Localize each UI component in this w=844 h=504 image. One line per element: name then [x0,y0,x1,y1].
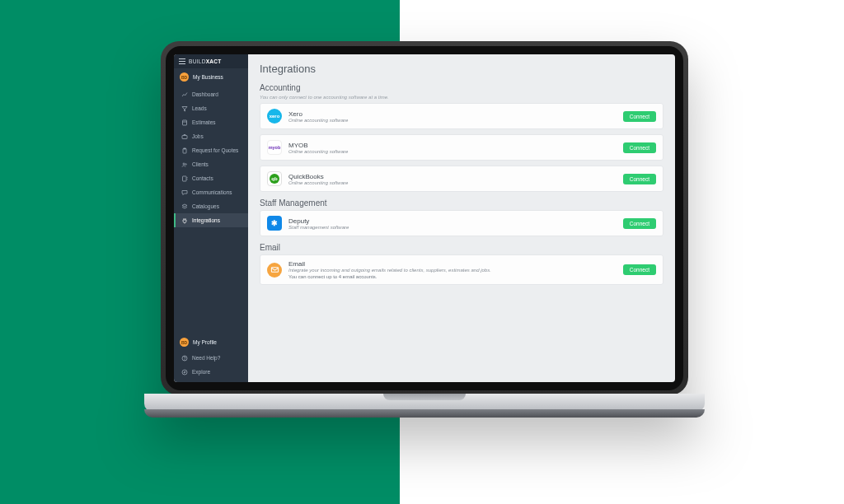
connect-button[interactable]: Connect [623,264,656,275]
svg-point-6 [185,163,187,165]
chart-line-icon [181,91,188,98]
avatar: BD [180,338,189,347]
sidebar: BUILDXACT BD My Business Dashboard Leads… [174,54,248,382]
briefcase-icon [181,133,188,140]
myob-logo-icon: myob [267,140,282,155]
users-icon [181,161,188,168]
sidebar-my-profile[interactable]: BD My Profile [174,334,248,351]
integration-card: Email Integrate your incoming and outgoi… [260,254,663,285]
sidebar-item-label: Jobs [192,133,204,139]
section-hint: You can only connect to one accounting s… [260,95,663,100]
sidebar-item-label: Request for Quotes [192,147,238,153]
integration-card: xero Xero Online accounting software Con… [260,103,663,129]
page-title: Integrations [260,63,663,75]
avatar: BD [180,72,189,82]
sidebar-item-label: Clients [192,161,209,167]
xero-logo-icon: xero [267,109,282,124]
sidebar-item-jobs[interactable]: Jobs [174,129,248,143]
sidebar-item-request-for-quotes[interactable]: Request for Quotes [174,143,248,157]
section-title: Staff Management [260,198,663,208]
compass-icon [181,369,188,376]
sidebar-item-explore[interactable]: Explore [174,365,248,379]
connect-button[interactable]: Connect [623,174,656,184]
integration-card: qb QuickBooks Online accounting software… [260,166,663,192]
svg-rect-0 [183,120,187,125]
sidebar-item-integrations[interactable]: Integrations [174,213,248,227]
sidebar-item-contacts[interactable]: Contacts [174,171,248,185]
svg-rect-14 [271,268,278,273]
sidebar-item-dashboard[interactable]: Dashboard [174,87,248,101]
sidebar-item-label: Integrations [192,217,220,223]
section-title: Email [260,243,663,252]
laptop-frame: BUILDXACT BD My Business Dashboard Leads… [144,41,705,465]
funnel-icon [181,105,188,112]
integration-description: Online accounting software [288,118,617,123]
sidebar-my-business-label: My Business [193,74,223,80]
svg-rect-2 [182,135,187,138]
chat-icon [181,189,188,196]
deputy-logo-icon: ✱ [267,216,282,231]
help-icon [181,355,188,362]
main-content: Integrations AccountingYou can only conn… [248,54,675,382]
sidebar-item-label: Communications [192,189,232,195]
brand-bar: BUILDXACT [174,54,248,68]
sidebar-nav: Dashboard Leads Estimates Jobs Request f… [174,86,248,227]
sidebar-item-need-help-[interactable]: Need Help? [174,351,248,365]
integration-name: Email [288,260,617,268]
sidebar-item-communications[interactable]: Communications [174,185,248,199]
svg-point-13 [182,370,187,375]
address-book-icon [181,175,188,182]
connect-button[interactable]: Connect [623,218,656,229]
integration-description: Online accounting software [288,180,617,185]
brand-name: BUILDXACT [189,58,222,64]
integration-description: Online accounting software [288,149,617,154]
sidebar-item-catalogues[interactable]: Catalogues [174,199,248,213]
clipboard-icon [181,147,188,154]
integration-description: Integrate your incoming and outgoing ema… [288,268,617,273]
quickbooks-logo-icon: qb [267,171,282,186]
connect-button[interactable]: Connect [623,142,656,153]
section-title: Accounting [260,83,663,92]
laptop-base [144,394,705,412]
sidebar-item-label: Estimates [192,119,216,125]
svg-point-12 [185,359,185,360]
sidebar-item-label: Leads [192,105,207,111]
sidebar-item-label: Need Help? [192,355,220,361]
svg-rect-7 [183,176,187,181]
plug-icon [181,217,188,224]
integration-card: ✱ Deputy Staff management software Conne… [260,210,663,236]
sidebar-my-business[interactable]: BD My Business [174,68,248,86]
calculator-icon [181,119,188,126]
integration-name: Xero [288,110,617,118]
sidebar-my-profile-label: My Profile [193,339,217,345]
integration-description: Staff management software [288,225,617,230]
sidebar-item-label: Dashboard [192,91,218,97]
screen: BUILDXACT BD My Business Dashboard Leads… [174,54,675,382]
integration-name: Deputy [288,217,617,225]
sidebar-item-label: Contacts [192,175,213,181]
connect-button[interactable]: Connect [623,111,656,122]
integration-card: myob MYOB Online accounting software Con… [260,134,663,161]
sidebar-item-leads[interactable]: Leads [174,101,248,115]
stack-icon [181,203,188,210]
email-icon [267,263,282,278]
sidebar-item-label: Explore [192,369,210,375]
hamburger-icon[interactable] [179,58,185,64]
integration-note: You can connect up to 4 email accounts. [288,274,617,279]
svg-point-5 [183,163,185,165]
sidebar-item-estimates[interactable]: Estimates [174,115,248,129]
integration-name: QuickBooks [288,173,617,180]
sidebar-item-label: Catalogues [192,203,219,209]
integration-name: MYOB [288,142,617,149]
sidebar-item-clients[interactable]: Clients [174,157,248,171]
